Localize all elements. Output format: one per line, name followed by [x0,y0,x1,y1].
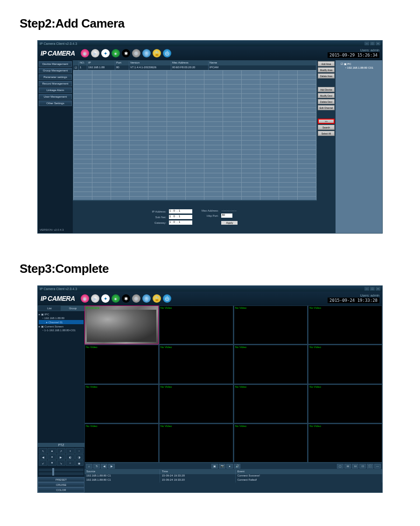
snapshot-icon[interactable]: ▣ [211,464,218,469]
video-cell-8[interactable]: No Video [308,345,382,384]
gear-icon[interactable]: ⚙ [132,49,140,57]
row-chk[interactable]: ☑ [73,65,79,70]
ip-input[interactable]: 1 . 0 . . 1 [169,209,192,213]
ptz-up-icon[interactable]: ▲ [48,448,56,454]
layout-9-icon[interactable]: ⊟ [352,464,358,469]
maximize-icon[interactable]: □ [370,42,375,45]
apply-button[interactable]: Apply [221,221,238,225]
device-tree[interactable]: ☑ ▣ PC ▫ 192.168.1.88:80 C01 [336,60,382,233]
preview-icon[interactable]: ◉ [81,49,89,57]
tree-device[interactable]: ▫ 192.168.1.88:80 [39,316,84,320]
power-icon[interactable]: ⏻ [163,294,171,303]
http-input[interactable]: 80 [221,213,232,218]
ptz-upright-icon[interactable]: ↗ [57,448,65,454]
target-icon[interactable]: ✦ [101,49,110,57]
video-cell-14[interactable]: No Video [159,424,233,462]
delete-area-button[interactable]: Delete Area [318,73,335,78]
tab-list[interactable]: List [38,306,61,311]
tab-group[interactable]: Group [61,306,84,311]
ptz-zoom-slider[interactable] [39,472,84,475]
video-grid[interactable]: IP Camera No Video No Video No Video No … [84,306,382,462]
volume-icon[interactable]: ▯ [142,49,151,57]
video-cell-2[interactable]: No Video [159,306,233,344]
gear-icon[interactable]: ⚙ [132,294,140,303]
volume-icon[interactable]: ▯ [142,294,151,303]
ptz-speed-slider[interactable] [39,469,84,471]
ptz-irisopen-icon[interactable]: ○ [66,460,74,466]
tree-channel[interactable]: ▸ Channel 01 [39,320,84,324]
color-button[interactable]: COLOR [38,487,84,492]
add-device-button[interactable]: Add Device [318,87,335,92]
log-row[interactable]: 192.168.1.88:80 C1 15-09-24 19:33:28 Con… [84,474,382,478]
ptz-home-icon[interactable]: ● [48,454,56,460]
nav-linkage[interactable]: Linkage Alarm [39,87,72,93]
prev-icon[interactable]: ◀ [101,464,107,469]
power-icon[interactable]: ⏻ [163,49,171,57]
camera-tree[interactable]: ▸ ▣ IPC ▫ 192.168.1.88:80 ▸ Channel 01 ▸… [38,311,84,443]
layout-4-icon[interactable]: ⊞ [344,464,351,469]
nav-user[interactable]: User Management [39,94,72,100]
tree-root[interactable]: ☑ ▣ PC [337,62,381,66]
video-cell-1[interactable]: IP Camera [84,306,159,344]
modify-device-button[interactable]: Modify Devi [318,93,335,98]
preset-button[interactable]: PRESET [38,477,84,482]
video-cell-13[interactable]: No Video [84,424,159,462]
edit-channel-button[interactable]: Edit Channel [318,105,335,110]
lock-icon[interactable]: 🔒 [153,49,161,57]
audio-icon[interactable]: 🔊 [234,464,240,469]
ptz-left-icon[interactable]: ◀ [39,454,47,460]
target-icon[interactable]: ✦ [101,294,110,303]
modify-area-button[interactable]: Modify Area [318,67,335,72]
refresh-icon[interactable]: ↻ [93,464,100,469]
layout-1-icon[interactable]: ▢ [337,464,343,469]
nav-record[interactable]: Record Management [39,81,72,86]
next-icon[interactable]: ▶ [108,464,115,469]
video-cell-11[interactable]: No Video [234,384,308,423]
video-cell-7[interactable]: No Video [234,345,308,384]
subnet-input[interactable]: 1 . 0 . . 1 [169,215,192,219]
nav-other[interactable]: Other Settings [39,100,72,106]
cruise-button[interactable]: CRUISE [38,482,84,487]
device-grid[interactable]: NO. IP Port Version Mac Address Name ☑ 1… [73,60,317,200]
tree-cs-item[interactable]: ▫ 1-1-192.168.1.88:80-C01 [39,328,84,332]
lock-icon[interactable]: 🔒 [153,294,161,303]
ptz-upleft-icon[interactable]: ↖ [39,448,47,454]
camera-icon[interactable]: 📷 [219,464,225,469]
ptz-right-icon[interactable]: ▶ [57,454,65,460]
video-cell-3[interactable]: No Video [234,306,308,344]
video-cell-15[interactable]: No Video [234,424,308,462]
tree-child[interactable]: ▫ 192.168.1.88:80 C01 [337,66,381,70]
add-area-button[interactable]: Add Area [318,61,335,66]
tree-current-screen[interactable]: ▸ ▣ Current Screen [39,324,84,328]
add-arrow-button[interactable]: >> [318,119,335,124]
ptz-focusout-icon[interactable]: ◑ [75,454,84,460]
ptz-dnright-icon[interactable]: ↘ [57,460,65,466]
video-cell-5[interactable]: No Video [84,345,159,384]
close-icon[interactable]: × [376,287,380,291]
log-row[interactable]: 192.168.1.88:80 C1 15-09-24 19:33:20 Con… [84,478,382,483]
nav-device-mgmt[interactable]: Device Management [39,61,72,67]
video-cell-16[interactable]: No Video [308,424,382,462]
fullscreen-icon[interactable]: ⛶ [367,464,373,469]
ptz-down-icon[interactable]: ▼ [48,460,56,466]
ptz-focusin-icon[interactable]: ◐ [66,454,74,460]
close-icon[interactable]: × [376,42,380,45]
video-cell-6[interactable]: No Video [159,345,233,384]
minimize-icon[interactable]: – [364,287,369,291]
video-cell-10[interactable]: No Video [159,384,233,423]
nav-param[interactable]: Parameter settings [39,74,72,80]
select-all-button[interactable]: Select All [318,131,335,136]
globe-icon[interactable]: ● [112,294,120,303]
search-icon[interactable]: ⌕ [86,464,92,469]
layout-16-icon[interactable]: ⊡ [359,464,366,469]
settings-icon[interactable]: ✱ [122,49,130,57]
grid-row[interactable]: ☑ 1 192.168.1.88 80 V7.1.4.4.1-20150626 … [73,65,316,70]
ptz-irisclose-icon[interactable]: ◉ [75,460,84,466]
video-cell-9[interactable]: No Video [84,384,159,423]
ptz-dnleft-icon[interactable]: ↙ [39,460,47,466]
preview-icon[interactable]: ◉ [81,294,89,303]
tree-ipc[interactable]: ▸ ▣ IPC [39,312,84,316]
more-icon[interactable]: ⋯ [374,464,381,469]
search-button[interactable]: Search [318,125,335,130]
gateway-input[interactable]: 1 . 0 . . 1 [169,220,192,225]
